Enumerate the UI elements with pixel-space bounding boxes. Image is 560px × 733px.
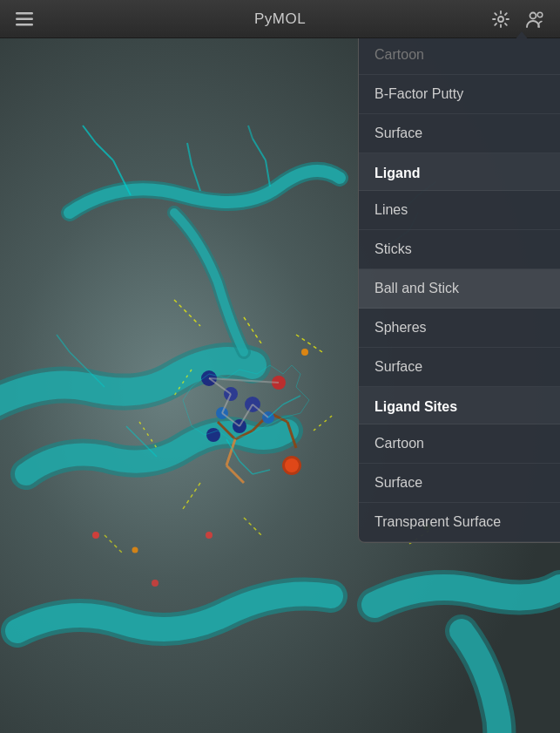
svg-point-28 xyxy=(206,428,220,442)
svg-point-4 xyxy=(530,12,536,18)
svg-point-56 xyxy=(92,532,99,539)
menu-item-ligand-sites-header: Ligand Sites xyxy=(359,387,560,424)
menu-item-surface-ligand[interactable]: Surface xyxy=(359,348,560,387)
svg-rect-0 xyxy=(16,12,33,15)
svg-point-60 xyxy=(132,547,138,553)
menu-icon[interactable] xyxy=(10,5,38,33)
dropdown-menu: CartoonB-Factor PuttySurfaceLigandLinesS… xyxy=(358,38,560,543)
svg-point-59 xyxy=(301,349,308,356)
app-title: PyMOL xyxy=(254,10,306,28)
svg-rect-2 xyxy=(16,24,33,26)
dropdown-arrow xyxy=(515,31,529,40)
svg-rect-1 xyxy=(16,17,33,20)
svg-point-3 xyxy=(498,17,503,22)
menu-item-lines[interactable]: Lines xyxy=(359,191,560,230)
menu-item-sticks[interactable]: Sticks xyxy=(359,230,560,269)
people-icon[interactable] xyxy=(522,5,550,33)
menu-item-cartoon-top[interactable]: Cartoon xyxy=(359,38,560,75)
svg-point-5 xyxy=(537,12,543,17)
menu-item-cartoon-sites[interactable]: Cartoon xyxy=(359,424,560,464)
settings-icon[interactable] xyxy=(487,5,515,33)
svg-point-57 xyxy=(206,532,213,539)
menu-item-ligand-header: Ligand xyxy=(359,153,560,191)
svg-point-58 xyxy=(152,580,159,587)
menu-item-transparent-surface[interactable]: Transparent Surface xyxy=(359,503,560,542)
svg-point-31 xyxy=(285,458,299,472)
menu-item-surface-sites[interactable]: Surface xyxy=(359,464,560,503)
menu-item-spheres[interactable]: Spheres xyxy=(359,309,560,348)
menu-item-ball-and-stick[interactable]: Ball and Stick xyxy=(359,269,560,309)
header-bar: PyMOL xyxy=(0,0,560,38)
menu-item-b-factor-putty[interactable]: B-Factor Putty xyxy=(359,75,560,114)
menu-item-surface[interactable]: Surface xyxy=(359,114,560,153)
